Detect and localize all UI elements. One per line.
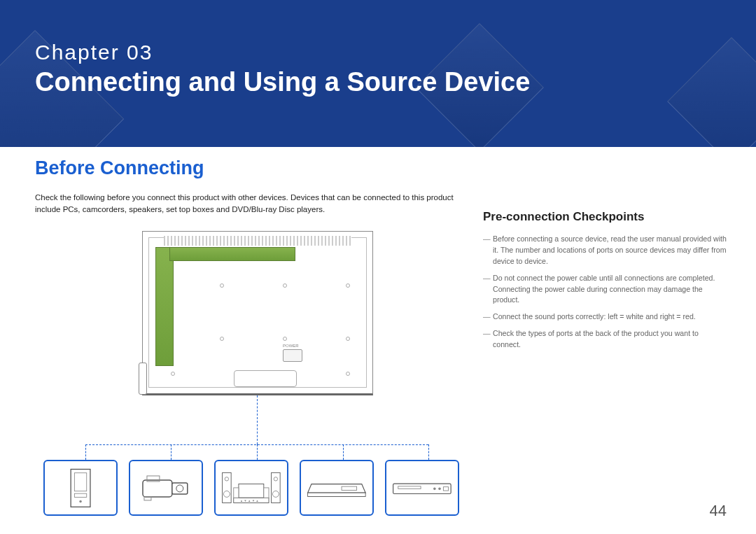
connection-diagram: POWER <box>35 231 469 525</box>
svg-rect-15 <box>239 484 264 498</box>
page-number: 44 <box>710 502 727 520</box>
device-camcorder-icon <box>129 460 203 516</box>
chapter-banner: Chapter 03 Connecting and Using a Source… <box>0 0 756 147</box>
device-set-top-box-icon <box>300 460 374 516</box>
display-back-panel-icon: POWER <box>142 231 373 395</box>
svg-point-24 <box>433 487 436 490</box>
svg-point-3 <box>79 500 81 502</box>
checkpoints-list: Before connecting a source device, read … <box>483 234 728 351</box>
checkpoint-item: Do not connect the power cable until all… <box>483 273 728 307</box>
svg-rect-5 <box>172 483 188 494</box>
chapter-title: Connecting and Using a Source Device <box>35 67 530 97</box>
decoration-cube <box>667 37 756 147</box>
svg-rect-20 <box>308 493 366 496</box>
svg-point-25 <box>438 487 441 490</box>
chapter-label: Chapter 03 <box>35 41 530 64</box>
checkpoint-item: Connect the sound ports correctly: left … <box>483 311 728 323</box>
svg-rect-18 <box>234 488 239 498</box>
intro-text: Check the following before you connect t… <box>35 192 469 215</box>
svg-text:▲ ▼ ▲ ▼ ▲: ▲ ▼ ▲ ▼ ▲ <box>240 499 259 503</box>
manual-page: Chapter 03 Connecting and Using a Source… <box>0 0 756 534</box>
device-speaker-system-icon: ▲ ▼ ▲ ▼ ▲ <box>214 460 288 516</box>
sub-heading: Pre-connection Checkpoints <box>483 210 728 224</box>
svg-rect-4 <box>143 480 172 497</box>
device-disc-player-icon <box>385 460 459 516</box>
device-pc-tower-icon <box>43 460 118 516</box>
section-heading: Before Connecting <box>35 157 728 179</box>
checkpoint-item: Before connecting a source device, read … <box>483 234 728 267</box>
svg-rect-19 <box>264 488 269 498</box>
checkpoint-item: Check the types of ports at the back of … <box>483 328 728 351</box>
